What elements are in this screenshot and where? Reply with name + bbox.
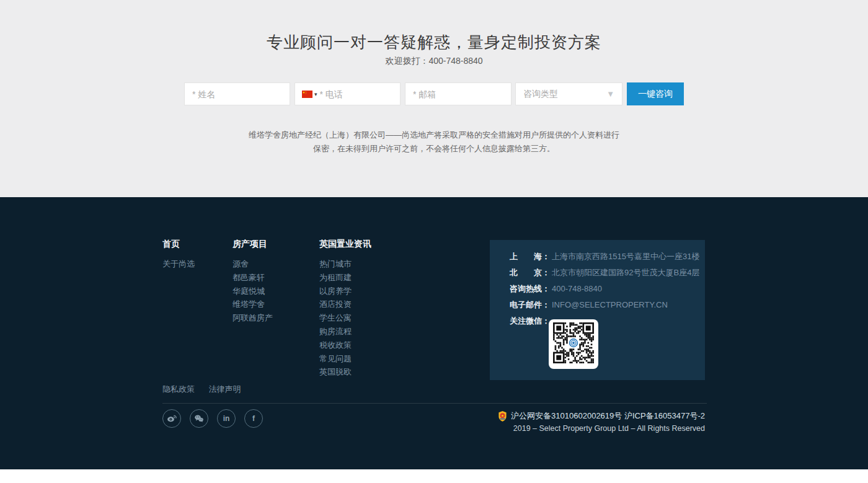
footer-link-news[interactable]: 购房流程: [319, 325, 371, 339]
footer-link-news[interactable]: 学生公寓: [319, 311, 371, 325]
footer-link-news[interactable]: 热门城市: [319, 257, 371, 271]
linkedin-icon[interactable]: in: [217, 409, 236, 428]
beian-line[interactable]: 沪公网安备31010602002619号 沪ICP备16053477号-2: [498, 410, 705, 422]
contact-label: 北 京：: [510, 268, 550, 277]
legal-links: 隐私政策 法律声明: [162, 383, 252, 395]
footer-column-projects: 房产项目 源舍 都邑豪轩 华庭悦城 维塔学舍 阿联酋房产: [232, 239, 273, 325]
footer-link-news[interactable]: 常见问题: [319, 352, 371, 366]
bottom-strip: [0, 469, 868, 483]
contact-row-wechat: 关注微信：: [510, 317, 705, 326]
footer-link-news[interactable]: 酒店投资: [319, 298, 371, 311]
footer-link-news[interactable]: 税收政策: [319, 339, 371, 352]
footer-link-about[interactable]: 关于尚选: [162, 257, 195, 271]
wechat-icon[interactable]: [190, 409, 208, 428]
legal-registration: 沪公网安备31010602002619号 沪ICP备16053477号-2 20…: [498, 410, 705, 433]
contact-value: INFO@SELECTPROPERTY.CN: [552, 301, 668, 309]
contact-info-box: 上 海： 上海市南京西路1515号嘉里中心一座31楼 北 京： 北京市朝阳区建国…: [490, 240, 705, 380]
cta-title: 专业顾问一对一答疑解惑，量身定制投资方案: [0, 32, 868, 53]
footer-column-news: 英国置业资讯 热门城市 为租而建 以房养学 酒店投资 学生公寓 购房流程 税收政…: [319, 239, 371, 379]
contact-value: 上海市南京西路1515号嘉里中心一座31楼: [552, 252, 699, 261]
contact-row-email: 电子邮件： INFO@SELECTPROPERTY.CN: [510, 301, 705, 309]
inquiry-type-value: 咨询类型: [523, 89, 558, 100]
contact-row-hotline: 咨询热线： 400-748-8840: [510, 285, 705, 293]
footer-heading-home: 首页: [162, 239, 195, 250]
footer-link-news[interactable]: 以房养学: [319, 285, 371, 298]
footer-heading-projects: 房产项目: [232, 239, 273, 250]
privacy-policy-link[interactable]: 隐私政策: [162, 384, 195, 394]
footer-link-news[interactable]: 为租而建: [319, 271, 371, 285]
footer-divider: [162, 403, 707, 404]
facebook-icon[interactable]: f: [244, 409, 263, 428]
police-badge-icon: [498, 411, 507, 422]
footer-link-project[interactable]: 都邑豪轩: [232, 271, 273, 285]
beian-text[interactable]: 沪公网安备31010602002619号 沪ICP备16053477号-2: [511, 410, 705, 422]
contact-label: 关注微信：: [510, 317, 550, 326]
contact-label: 电子邮件：: [510, 301, 550, 309]
privacy-note: 维塔学舍房地产经纪（上海）有限公司——尚选地产将采取严格的安全措施对用户所提供的…: [0, 128, 868, 156]
china-flag-icon[interactable]: [302, 91, 312, 98]
footer-link-project[interactable]: 源舍: [232, 257, 273, 271]
cta-section: 专业顾问一对一答疑解惑，量身定制投资方案 欢迎拨打：400-748-8840 ▾: [0, 0, 868, 197]
footer-column-home: 首页 关于尚选: [162, 239, 195, 271]
social-links: in f: [162, 409, 263, 428]
footer-link-project[interactable]: 华庭悦城: [232, 285, 273, 298]
phone-input[interactable]: [319, 89, 396, 100]
email-input[interactable]: [405, 82, 512, 105]
submit-button[interactable]: 一键咨询: [627, 82, 684, 105]
contact-label: 咨询热线：: [510, 285, 550, 293]
contact-row-beijing: 北 京： 北京市朝阳区建国路92号世茂大厦B座4层: [510, 268, 705, 277]
cta-subtitle: 欢迎拨打：400-748-8840: [0, 56, 868, 67]
name-input[interactable]: [184, 82, 290, 105]
footer-link-project[interactable]: 阿联酋房产: [232, 311, 273, 325]
weibo-icon[interactable]: [162, 409, 181, 428]
footer-heading-news: 英国置业资讯: [319, 239, 371, 250]
wechat-qr-code: [549, 319, 598, 369]
privacy-line-1: 维塔学舍房地产经纪（上海）有限公司——尚选地产将采取严格的安全措施对用户所提供的…: [249, 130, 619, 140]
copyright-text: 2019 – Select Property Group Ltd – All R…: [498, 424, 705, 433]
qr-pattern: [553, 322, 594, 366]
country-caret-icon: ▾: [314, 91, 317, 97]
contact-label: 上 海：: [510, 252, 550, 261]
select-caret-icon: ▼: [606, 90, 614, 98]
footer-link-project[interactable]: 维塔学舍: [232, 298, 273, 311]
page: 专业顾问一对一答疑解惑，量身定制投资方案 欢迎拨打：400-748-8840 ▾: [0, 0, 868, 483]
contact-row-shanghai: 上 海： 上海市南京西路1515号嘉里中心一座31楼: [510, 252, 705, 261]
contact-value: 400-748-8840: [552, 285, 602, 293]
footer: 首页 关于尚选 房产项目 源舍 都邑豪轩 华庭悦城 维塔学舍 阿联酋房产 英国置…: [0, 197, 868, 469]
legal-notice-link[interactable]: 法律声明: [208, 384, 241, 394]
phone-field[interactable]: ▾: [294, 82, 401, 105]
footer-link-news[interactable]: 英国脱欧: [319, 365, 371, 379]
inquiry-type-select[interactable]: 咨询类型 ▼: [515, 82, 622, 105]
privacy-line-2: 保密，在未得到用户许可之前，不会将任何个人信息披露给第三方。: [313, 144, 555, 153]
contact-value: 北京市朝阳区建国路92号世茂大厦B座4层: [552, 268, 699, 277]
